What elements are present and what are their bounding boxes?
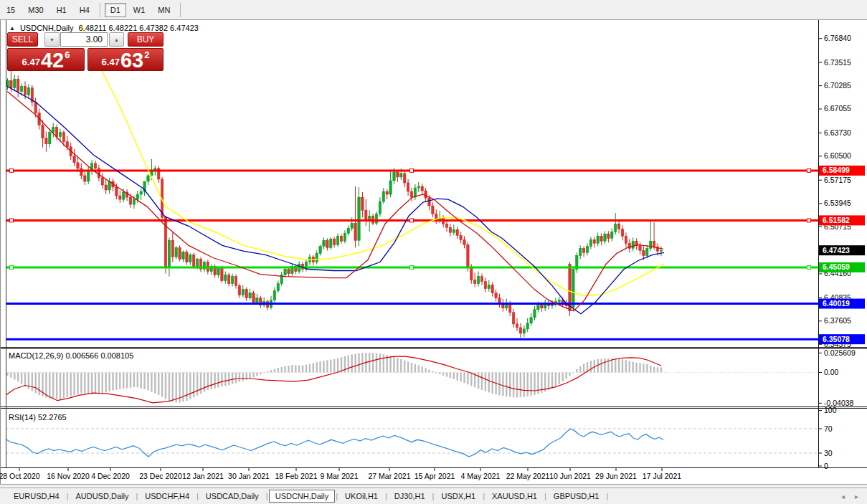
buy-price-button[interactable]: 6.47 63 2 xyxy=(87,48,164,71)
tab-separator: | xyxy=(67,492,69,500)
svg-text:6.58499: 6.58499 xyxy=(823,166,850,174)
sell-button[interactable]: SELL xyxy=(7,32,38,47)
svg-text:29 Jun 2021: 29 Jun 2021 xyxy=(595,472,637,480)
svg-text:70: 70 xyxy=(824,424,833,433)
volume-input[interactable] xyxy=(60,32,108,47)
volume-increase-button[interactable]: ▲ xyxy=(109,32,124,47)
svg-text:0.025609: 0.025609 xyxy=(824,348,856,357)
svg-text:22 May 2021: 22 May 2021 xyxy=(506,472,550,480)
buy-price-prefix: 6.47 xyxy=(102,57,120,67)
svg-text:4 Dec 2020: 4 Dec 2020 xyxy=(91,472,130,480)
sell-price-big: 42 xyxy=(41,51,64,70)
tab-xauusd[interactable]: XAUUSD,H1 xyxy=(485,490,544,503)
volume-decrease-button[interactable]: ▼ xyxy=(44,32,60,47)
tab-separator: | xyxy=(266,492,268,500)
tab-separator: | xyxy=(606,492,608,500)
hline-handle[interactable] xyxy=(10,168,14,172)
svg-text:6.40019: 6.40019 xyxy=(823,299,850,308)
svg-text:6.76840: 6.76840 xyxy=(824,34,851,42)
tab-audusd[interactable]: AUDUSD,Daily xyxy=(69,490,135,503)
one-click-trading-panel: SELL ▼ ▲ BUY 6.47 42 6 6.47 63 2 xyxy=(6,32,164,72)
tab-separator: | xyxy=(483,492,485,500)
svg-text:30 Jan 2021: 30 Jan 2021 xyxy=(228,472,270,480)
svg-text:100: 100 xyxy=(824,406,837,414)
svg-text:30: 30 xyxy=(824,449,833,457)
svg-text:23 Dec 2020: 23 Dec 2020 xyxy=(139,472,182,480)
hline-handle[interactable] xyxy=(410,168,414,172)
svg-text:6.57175: 6.57175 xyxy=(824,176,851,184)
hline-handle[interactable] xyxy=(10,219,14,222)
hline-handle[interactable] xyxy=(410,265,414,269)
tab-eurusd[interactable]: EURUSD,H4 xyxy=(7,490,66,503)
hline-handle[interactable] xyxy=(807,265,811,269)
svg-text:9 Mar 2021: 9 Mar 2021 xyxy=(320,472,358,480)
svg-text:27 Mar 2021: 27 Mar 2021 xyxy=(369,472,411,480)
tab-separator: | xyxy=(385,492,387,500)
svg-text:28 Oct 2020: 28 Oct 2020 xyxy=(0,472,40,480)
svg-text:17 Jul 2021: 17 Jul 2021 xyxy=(643,472,681,480)
svg-text:6.37605: 6.37605 xyxy=(824,316,851,325)
svg-text:18 Feb 2021: 18 Feb 2021 xyxy=(275,472,318,480)
tab-usdchf[interactable]: USDCHF,H4 xyxy=(138,490,196,503)
buy-price-big: 63 xyxy=(120,51,143,70)
svg-text:6.60500: 6.60500 xyxy=(824,151,851,160)
svg-text:16 Nov 2020: 16 Nov 2020 xyxy=(47,472,90,480)
tab-separator: | xyxy=(544,492,546,500)
svg-text:6.47423: 6.47423 xyxy=(823,246,850,255)
svg-text:4 May 2021: 4 May 2021 xyxy=(461,472,501,480)
svg-text:0: 0 xyxy=(824,462,828,470)
hline-handle[interactable] xyxy=(807,168,811,172)
chart-tabbar: EURUSD,H4|AUDUSD,Daily|USDCHF,H4|USDCAD,… xyxy=(0,488,867,504)
svg-text:6.51582: 6.51582 xyxy=(823,216,850,224)
svg-text:6.63730: 6.63730 xyxy=(824,128,851,137)
svg-text:6.53945: 6.53945 xyxy=(824,199,851,207)
macd-indicator-label: MACD(12,26,9) 0.006566 0.008105 xyxy=(9,351,133,360)
svg-text:6.73515: 6.73515 xyxy=(824,58,851,67)
tab-separator: | xyxy=(336,492,338,500)
tab-separator: | xyxy=(196,492,199,500)
svg-text:12 Jan 2021: 12 Jan 2021 xyxy=(182,472,224,480)
svg-text:0.00: 0.00 xyxy=(824,368,839,376)
chart-background xyxy=(0,20,867,484)
svg-text:10 Jun 2021: 10 Jun 2021 xyxy=(549,472,591,480)
tab-separator: | xyxy=(432,492,435,500)
tab-usdcnh[interactable]: USDCNH,Daily xyxy=(269,490,336,503)
svg-text:6.67055: 6.67055 xyxy=(824,104,851,113)
tab-ukoil[interactable]: UKOil,H1 xyxy=(338,490,384,503)
svg-text:6.70285: 6.70285 xyxy=(824,81,851,90)
buy-button[interactable]: BUY xyxy=(128,32,164,47)
svg-text:6.35078: 6.35078 xyxy=(823,335,850,343)
tab-dj30[interactable]: DJ30,H1 xyxy=(388,490,432,503)
tab-gbpusd[interactable]: GBPUSD,H1 xyxy=(547,490,606,503)
hline-handle[interactable] xyxy=(807,219,811,222)
chart-canvas[interactable]: 6.768406.735156.702856.670556.637306.605… xyxy=(0,0,867,504)
tabs-scroll-left-icon[interactable]: ◂ xyxy=(841,493,845,500)
sell-price-pip: 6 xyxy=(65,49,70,60)
hline-handle[interactable] xyxy=(410,219,414,222)
sell-price-prefix: 6.47 xyxy=(22,57,40,67)
tab-separator: | xyxy=(136,492,138,500)
tabs-scroll-right-icon[interactable]: ▸ xyxy=(855,493,858,500)
sell-price-button[interactable]: 6.47 42 6 xyxy=(7,48,85,71)
svg-text:15 Apr 2021: 15 Apr 2021 xyxy=(414,472,455,480)
rsi-indicator-label: RSI(14) 52.2765 xyxy=(9,413,67,422)
svg-text:6.45059: 6.45059 xyxy=(823,262,850,271)
buy-price-pip: 2 xyxy=(144,49,149,60)
collapse-panel-icon[interactable]: ▲ xyxy=(9,25,15,32)
tab-usdcad[interactable]: USDCAD,Daily xyxy=(199,490,265,503)
hline-handle[interactable] xyxy=(10,265,14,269)
tab-usdx[interactable]: USDX,H1 xyxy=(435,490,482,503)
